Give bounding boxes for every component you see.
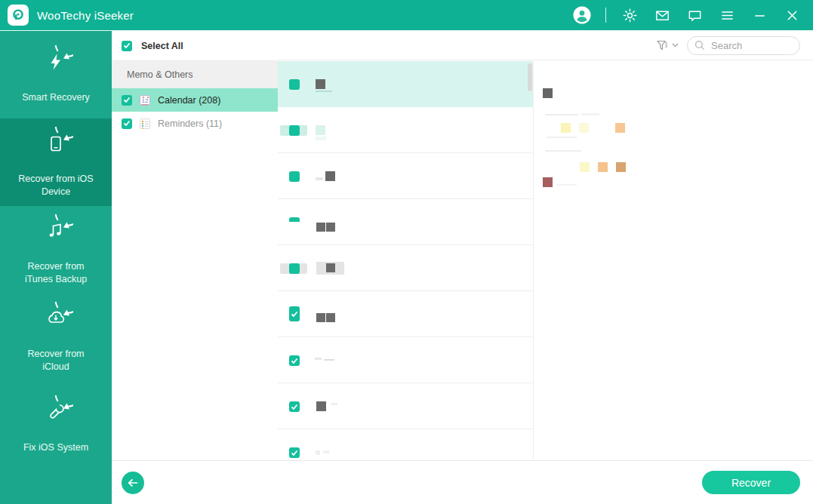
redacted-preview-content — [545, 150, 581, 152]
item-checkbox[interactable] — [289, 355, 300, 366]
item-checkbox[interactable] — [289, 306, 300, 321]
redacted-content — [316, 177, 323, 180]
redacted-preview-content — [579, 123, 589, 133]
redacted-content — [326, 313, 335, 322]
redacted-preview-content — [561, 123, 571, 133]
checkbox[interactable] — [122, 95, 132, 106]
redacted-content — [326, 223, 335, 232]
item-checkbox[interactable] — [289, 263, 300, 274]
redacted-content — [323, 450, 329, 453]
recover-button[interactable]: Recover — [702, 471, 800, 494]
redacted-preview-content — [543, 177, 553, 187]
item-checkbox[interactable] — [289, 125, 300, 136]
app-window: WooTechy iSeeker — [0, 0, 813, 504]
item-checkbox[interactable] — [289, 217, 300, 222]
list-item[interactable] — [278, 153, 533, 199]
titlebar: WooTechy iSeeker — [0, 0, 813, 31]
list-item[interactable] — [278, 61, 533, 107]
icloud-recovery-icon — [38, 302, 73, 340]
category-calendar-208[interactable]: 12Calendar (208) — [112, 88, 278, 112]
app-title: WooTechy iSeeker — [37, 9, 134, 22]
sidebar-item-label: Recover from iOS Device — [14, 173, 98, 198]
itunes-backup-recovery-icon — [38, 214, 73, 252]
calendar-icon: 12 — [140, 95, 150, 106]
preview-panel — [534, 61, 813, 460]
category-label: Reminders (11) — [158, 118, 222, 129]
reminders-icon — [140, 118, 150, 129]
select-all-checkbox[interactable] — [122, 41, 132, 51]
redacted-content — [325, 171, 335, 181]
redacted-content — [331, 403, 337, 405]
sidebar-item-label: Smart Recovery — [22, 91, 90, 104]
account-avatar[interactable] — [573, 6, 591, 24]
list-scrollbar[interactable] — [528, 63, 532, 91]
redacted-content — [316, 450, 320, 455]
list-item[interactable] — [278, 383, 533, 429]
footer-bar: Recover — [112, 460, 813, 504]
sidebar-item-fix-ios-system[interactable]: Fix iOS System — [0, 381, 112, 469]
redacted-content — [326, 263, 335, 272]
list-item[interactable] — [278, 291, 533, 337]
redacted-content — [316, 137, 326, 140]
toolbar — [278, 31, 813, 60]
sidebar-item-smart-recovery[interactable]: Smart Recovery — [0, 31, 112, 118]
filter-button[interactable] — [656, 39, 679, 52]
item-checkbox[interactable] — [289, 171, 300, 182]
section-header: Memo & Others — [112, 61, 278, 88]
checkbox[interactable] — [122, 118, 132, 129]
redacted-content — [316, 313, 325, 322]
redacted-preview-content — [543, 88, 553, 98]
feedback-chat-icon[interactable] — [685, 6, 704, 24]
select-all-row[interactable]: Select All — [112, 31, 278, 61]
list-item[interactable] — [278, 199, 533, 245]
lightning-recovery-icon — [38, 45, 73, 83]
redacted-content — [324, 359, 334, 361]
sidebar: Smart RecoveryRecover from iOS DeviceRec… — [0, 31, 112, 504]
redacted-content — [316, 79, 325, 89]
item-checkbox[interactable] — [289, 79, 300, 90]
sidebar-item-recover-from-itunes-backup[interactable]: Recover from iTunes Backup — [0, 206, 112, 293]
category-reminders-11[interactable]: Reminders (11) — [112, 112, 278, 135]
redacted-preview-content — [581, 113, 599, 115]
sidebar-item-label: Fix iOS System — [23, 441, 88, 454]
category-list: 12Calendar (208)Reminders (11) — [112, 88, 278, 135]
redacted-preview-content — [547, 137, 577, 138]
redacted-preview-content — [580, 162, 590, 172]
redacted-content — [316, 223, 325, 232]
search-input[interactable] — [710, 39, 791, 52]
redacted-preview-content — [615, 123, 625, 133]
sidebar-item-recover-from-ios-device[interactable]: Recover from iOS Device — [0, 118, 112, 206]
redacted-preview-content — [545, 114, 578, 115]
list-item[interactable] — [278, 429, 533, 460]
chevron-down-icon — [672, 43, 679, 48]
item-checkbox[interactable] — [289, 447, 300, 458]
list-item[interactable] — [278, 107, 533, 153]
redacted-preview-content — [616, 162, 626, 172]
menu-icon[interactable] — [718, 6, 736, 24]
redacted-content — [315, 358, 322, 360]
sidebar-item-recover-from-icloud[interactable]: Recover from iCloud — [0, 293, 112, 381]
close-button[interactable] — [783, 6, 801, 24]
search-box[interactable] — [687, 36, 800, 55]
redacted-preview-content — [598, 162, 608, 172]
category-label: Calendar (208) — [158, 95, 220, 106]
app-logo-icon — [8, 5, 29, 26]
back-button[interactable] — [122, 472, 144, 494]
redacted-content — [316, 91, 332, 92]
redacted-preview-content — [557, 184, 577, 186]
sidebar-item-label: Recover from iTunes Backup — [14, 260, 98, 286]
list-item[interactable] — [278, 245, 533, 291]
item-list — [278, 61, 534, 460]
filter-funnel-icon — [656, 39, 669, 52]
back-arrow-icon — [128, 478, 138, 487]
settings-gear-icon[interactable] — [621, 6, 639, 24]
mail-icon[interactable] — [653, 6, 671, 24]
list-item[interactable] — [278, 337, 533, 383]
search-icon — [694, 40, 705, 51]
ios-device-recovery-icon — [38, 127, 73, 164]
minimize-button[interactable] — [750, 6, 768, 24]
select-all-label: Select All — [141, 41, 183, 51]
titlebar-actions — [573, 6, 801, 24]
sidebar-item-label: Recover from iCloud — [14, 348, 98, 373]
item-checkbox[interactable] — [289, 401, 300, 412]
